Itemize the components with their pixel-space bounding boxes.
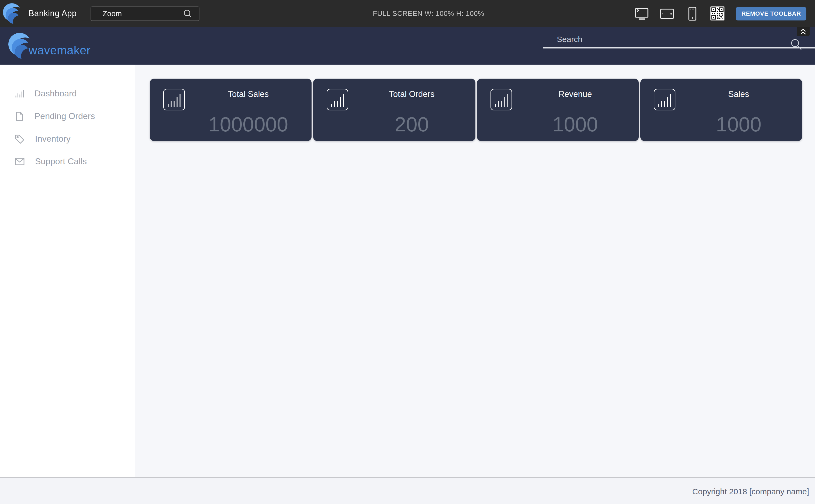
tag-icon bbox=[15, 134, 25, 144]
search-icon bbox=[183, 9, 193, 18]
search-icon[interactable] bbox=[789, 38, 804, 53]
app-body: Dashboard Pending Orders Inventory bbox=[0, 65, 815, 477]
metric-cards-row: Total Sales 1000000 bbox=[150, 79, 802, 141]
zoom-select-value: Zoom bbox=[103, 9, 183, 18]
sidebar-item-pending-orders[interactable]: Pending Orders bbox=[0, 105, 135, 128]
card-value: 1000 bbox=[512, 114, 639, 136]
wavemaker-brand: wavemaker bbox=[8, 32, 90, 59]
fullscreen-status: FULL SCREEN W: 100% H: 100% bbox=[373, 9, 484, 17]
toolbar-right-group: REMOVE TOOLBAR bbox=[624, 6, 815, 21]
phone-preview-icon[interactable] bbox=[685, 6, 700, 21]
tablet-preview-icon[interactable] bbox=[660, 6, 675, 21]
main-content: Total Sales 1000000 bbox=[135, 65, 815, 477]
column-chart-icon bbox=[654, 89, 676, 110]
sidebar-item-support-calls[interactable]: Support Calls bbox=[0, 150, 135, 173]
card-title: Total Sales bbox=[185, 89, 312, 99]
collapse-toolbar-button[interactable] bbox=[797, 27, 810, 36]
app-title: Banking App bbox=[29, 9, 77, 18]
column-chart-icon bbox=[490, 89, 512, 110]
card-title: Total Orders bbox=[349, 89, 475, 99]
metric-card-total-orders: Total Orders 200 bbox=[314, 79, 475, 141]
search-input[interactable] bbox=[543, 33, 815, 48]
sidebar-nav: Dashboard Pending Orders Inventory bbox=[0, 65, 135, 477]
sidebar-item-label: Inventory bbox=[35, 134, 71, 144]
card-title: Revenue bbox=[512, 89, 639, 99]
column-chart-icon bbox=[163, 89, 185, 110]
brand-name: wavemaker bbox=[29, 44, 90, 58]
chevron-double-up-icon bbox=[799, 28, 807, 35]
metric-card-total-sales: Total Sales 1000000 bbox=[150, 79, 312, 141]
page-footer: Copyright 2018 [company name] bbox=[0, 477, 815, 504]
sidebar-item-label: Dashboard bbox=[34, 89, 77, 99]
column-chart-icon bbox=[327, 89, 349, 110]
preview-toolbar: Banking App Zoom FULL SCREEN W: 100% H: … bbox=[0, 0, 815, 27]
header-search bbox=[543, 33, 815, 48]
desktop-preview-icon[interactable] bbox=[634, 6, 649, 21]
sidebar-item-label: Pending Orders bbox=[34, 111, 95, 121]
copyright-text: Copyright 2018 [company name] bbox=[692, 487, 809, 496]
app-preview-window: Banking App Zoom FULL SCREEN W: 100% H: … bbox=[0, 0, 815, 504]
card-value: 1000 bbox=[676, 114, 802, 136]
zoom-select[interactable]: Zoom bbox=[91, 6, 200, 21]
app-header: wavemaker bbox=[0, 27, 815, 65]
qr-code-icon[interactable] bbox=[710, 6, 725, 21]
card-value: 1000000 bbox=[185, 114, 312, 136]
wavemaker-logo-icon bbox=[3, 3, 23, 24]
document-icon bbox=[15, 111, 24, 121]
sidebar-item-inventory[interactable]: Inventory bbox=[0, 128, 135, 150]
envelope-icon bbox=[15, 157, 25, 166]
metric-card-sales: Sales 1000 bbox=[641, 79, 802, 141]
card-value: 200 bbox=[349, 114, 475, 136]
sidebar-item-dashboard[interactable]: Dashboard bbox=[0, 82, 135, 105]
remove-toolbar-button[interactable]: REMOVE TOOLBAR bbox=[736, 7, 806, 20]
sidebar-item-label: Support Calls bbox=[35, 157, 87, 166]
metric-card-revenue: Revenue 1000 bbox=[477, 79, 639, 141]
bar-chart-icon bbox=[15, 89, 24, 99]
card-title: Sales bbox=[676, 89, 802, 99]
